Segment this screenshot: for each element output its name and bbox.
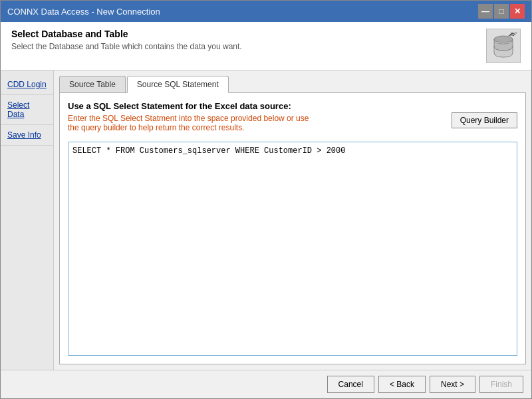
header-section: Select Database and Table Select the Dat…	[1, 22, 531, 70]
sidebar-item-cdd-login[interactable]: CDD Login	[1, 74, 53, 95]
database-icon	[490, 33, 517, 59]
cancel-button[interactable]: Cancel	[327, 376, 374, 393]
tab-source-table[interactable]: Source Table	[59, 76, 126, 93]
sidebar-item-save-info[interactable]: Save Info	[1, 125, 53, 146]
maximize-button[interactable]: □	[494, 4, 509, 19]
header-title: Select Database and Table	[11, 29, 479, 39]
main-content: CDD Login Select Data Save Info Source T…	[1, 70, 531, 370]
header-icon	[486, 29, 521, 63]
sql-description: Enter the SQL Select Statment into the s…	[68, 114, 445, 132]
sql-desc-row: Enter the SQL Select Statment into the s…	[68, 114, 517, 132]
header-subtitle: Select the Database and Table which cont…	[11, 42, 479, 51]
finish-button[interactable]: Finish	[479, 376, 523, 393]
sql-panel-title: Use a SQL Select Statement for the Excel…	[68, 101, 517, 111]
window-title: CONNX Data Access - New Connection	[7, 7, 160, 17]
sql-input[interactable]: SELECT * FROM Customers_sqlserver WHERE …	[68, 142, 517, 356]
svg-point-0	[494, 36, 513, 43]
header-text: Select Database and Table Select the Dat…	[11, 29, 479, 51]
sidebar: CDD Login Select Data Save Info	[1, 70, 54, 370]
title-controls: — □ ✕	[478, 4, 525, 19]
next-button[interactable]: Next >	[430, 376, 475, 393]
title-bar: CONNX Data Access - New Connection — □ ✕	[1, 1, 531, 22]
sql-header: Use a SQL Select Statement for the Excel…	[68, 101, 517, 132]
minimize-button[interactable]: —	[478, 4, 493, 19]
close-button[interactable]: ✕	[510, 4, 525, 19]
sidebar-item-select-data[interactable]: Select Data	[1, 95, 53, 125]
back-button[interactable]: < Back	[378, 376, 426, 393]
footer: Cancel < Back Next > Finish	[1, 370, 531, 398]
tab-bar: Source Table Source SQL Statement	[59, 76, 526, 93]
tab-content-sql: Use a SQL Select Statement for the Excel…	[59, 92, 526, 364]
main-window: CONNX Data Access - New Connection — □ ✕…	[0, 0, 532, 399]
content-area: Source Table Source SQL Statement Use a …	[54, 70, 531, 370]
query-builder-button[interactable]: Query Builder	[452, 112, 517, 128]
tab-source-sql[interactable]: Source SQL Statement	[127, 76, 229, 93]
